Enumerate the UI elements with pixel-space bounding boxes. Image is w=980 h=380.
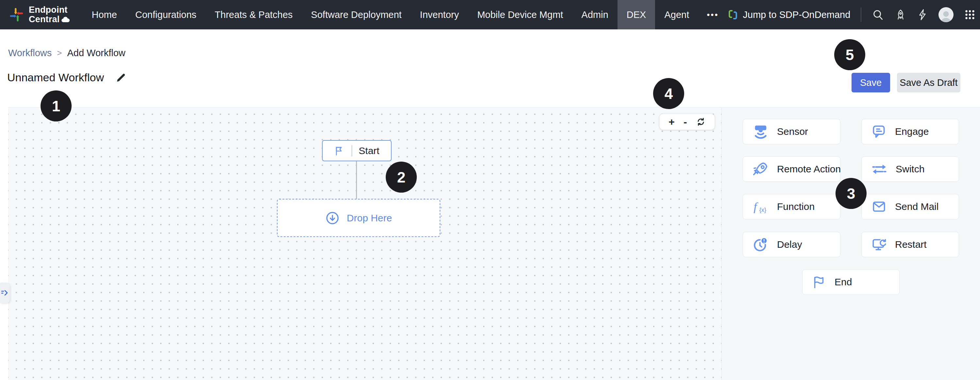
palette-card-engage[interactable]: Engage <box>861 119 959 144</box>
canvas-zoom-toolbar: + - <box>659 114 715 130</box>
annotation-badge-2: 2 <box>386 162 417 193</box>
annotation-badge-5: 5 <box>834 39 865 70</box>
palette-label: Sensor <box>777 126 808 137</box>
sensor-icon <box>752 123 769 140</box>
breadcrumb: Workflows > Add Workflow <box>8 48 126 59</box>
palette-label: Engage <box>895 126 929 137</box>
sdp-ondemand-icon <box>727 9 738 20</box>
drop-here-zone[interactable]: Drop Here <box>277 199 440 237</box>
nav-item-dex[interactable]: DEX <box>617 0 655 29</box>
header-actions: Save Save As Draft <box>851 73 960 92</box>
workflow-title-row: Unnamed Workflow <box>7 71 126 84</box>
palette-label: End <box>835 277 852 288</box>
cloud-icon <box>62 17 70 22</box>
save-button[interactable]: Save <box>851 73 890 92</box>
nav-item-configurations[interactable]: Configurations <box>126 0 205 29</box>
navbar-divider <box>861 8 861 22</box>
breadcrumb-separator: > <box>57 48 62 58</box>
drop-here-label: Drop Here <box>347 212 392 223</box>
palette-label: Function <box>777 201 815 212</box>
nav-item-admin[interactable]: Admin <box>573 0 617 29</box>
palette-card-function[interactable]: f {x} Function <box>743 194 840 219</box>
apps-grid-icon[interactable] <box>964 9 976 21</box>
palette-card-switch[interactable]: Switch <box>861 157 959 182</box>
restart-monitor-icon <box>871 236 887 253</box>
zoom-in-button[interactable]: + <box>668 117 675 127</box>
nav-item-agent[interactable]: Agent <box>655 0 698 29</box>
nav-item-inventory[interactable]: Inventory <box>411 0 468 29</box>
palette-card-delay[interactable]: Delay <box>743 232 840 257</box>
annotation-badge-3: 3 <box>835 178 867 209</box>
palette-label: Remote Action <box>777 163 841 175</box>
send-mail-envelope-icon <box>871 198 887 215</box>
zoom-reset-icon[interactable] <box>696 117 706 127</box>
endpoint-central-logo-icon <box>9 7 24 22</box>
navbar-right-cluster: Jump to SDP-OnDemand <box>727 0 980 29</box>
expand-panel-tab[interactable] <box>0 283 10 303</box>
jump-to-sdp-label: Jump to SDP-OnDemand <box>743 10 851 20</box>
palette-label: Switch <box>896 163 924 175</box>
annotation-badge-4: 4 <box>653 78 684 109</box>
end-flag-icon <box>811 275 827 290</box>
nav-item-mobile-device-mgmt[interactable]: Mobile Device Mgmt <box>468 0 573 29</box>
lightning-bolt-icon[interactable] <box>917 8 928 21</box>
top-navbar: Endpoint Central Home Configurations Thr… <box>0 0 980 29</box>
palette-card-send-mail[interactable]: Send Mail <box>861 194 959 219</box>
remote-action-rocket-icon <box>752 161 769 177</box>
edit-title-pencil-icon[interactable] <box>116 73 126 83</box>
svg-text:{x}: {x} <box>759 206 767 213</box>
breadcrumb-workflows-link[interactable]: Workflows <box>8 48 52 59</box>
page-title: Unnamed Workflow <box>7 71 104 84</box>
user-avatar[interactable] <box>939 7 953 22</box>
function-icon: f {x} <box>752 198 769 215</box>
double-chevron-right-icon <box>1 289 9 297</box>
workflow-canvas[interactable]: + - Start Drop Here <box>8 107 721 380</box>
palette-card-remote-action[interactable]: Remote Action <box>743 157 840 182</box>
drop-arrow-icon <box>325 211 340 225</box>
brand-name: Endpoint Central <box>29 5 70 24</box>
rocket-icon[interactable] <box>895 9 907 21</box>
zoom-out-button[interactable]: - <box>684 117 687 127</box>
jump-to-sdp-link[interactable]: Jump to SDP-OnDemand <box>727 9 851 20</box>
save-as-draft-button[interactable]: Save As Draft <box>897 73 960 92</box>
start-flag-icon <box>334 145 345 157</box>
nav-overflow-menu[interactable]: ••• <box>698 0 727 29</box>
brand-logo: Endpoint Central <box>0 0 70 29</box>
palette-card-end[interactable]: End <box>802 269 900 295</box>
search-icon[interactable] <box>872 8 884 21</box>
palette-label: Send Mail <box>895 201 939 212</box>
palette-label: Restart <box>895 239 927 250</box>
switch-arrows-icon <box>871 162 888 176</box>
nav-item-threats-patches[interactable]: Threats & Patches <box>205 0 302 29</box>
annotation-badge-1: 1 <box>41 90 72 122</box>
palette-card-restart[interactable]: Restart <box>861 232 959 257</box>
connector-line <box>356 161 357 199</box>
main-nav-menu: Home Configurations Threats & Patches So… <box>83 0 727 29</box>
node-palette-panel: Sensor Engage Remote Action <box>721 107 980 380</box>
palette-label: Delay <box>777 239 802 250</box>
palette-card-sensor[interactable]: Sensor <box>743 119 840 144</box>
breadcrumb-current: Add Workflow <box>67 48 125 59</box>
nav-item-home[interactable]: Home <box>83 0 126 29</box>
start-node-label: Start <box>359 145 379 157</box>
engage-icon <box>871 124 887 140</box>
start-node[interactable]: Start <box>322 140 391 161</box>
svg-text:f: f <box>754 200 758 213</box>
delay-clock-icon <box>752 236 769 253</box>
left-rail <box>0 107 8 380</box>
nav-item-software-deployment[interactable]: Software Deployment <box>302 0 410 29</box>
